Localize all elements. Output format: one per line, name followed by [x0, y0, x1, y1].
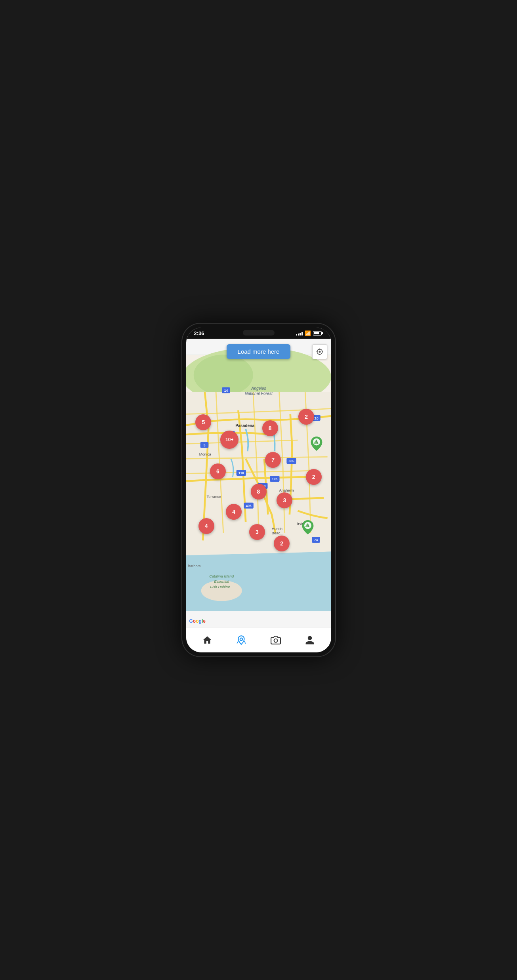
nav-item-camera[interactable]	[259, 627, 293, 652]
pin-marker-p2[interactable]	[301, 520, 314, 536]
crosshair-icon	[316, 348, 324, 356]
nav-item-profile[interactable]	[293, 627, 327, 652]
camera-icon	[271, 635, 281, 645]
cluster-marker-c6[interactable]: 6	[210, 463, 226, 479]
svg-text:Fish Habitat...: Fish Habitat...	[210, 585, 233, 589]
cluster-marker-c9[interactable]: 3	[277, 492, 292, 508]
svg-text:105: 105	[272, 477, 277, 481]
svg-text:73: 73	[314, 538, 318, 542]
svg-marker-5	[186, 552, 331, 611]
svg-text:Angeles: Angeles	[251, 386, 266, 391]
svg-text:Huntin: Huntin	[271, 527, 282, 531]
nav-item-map[interactable]	[224, 627, 259, 652]
status-time: 2:36	[194, 330, 204, 336]
svg-text:Essential: Essential	[214, 580, 229, 583]
svg-text:110: 110	[238, 471, 244, 475]
svg-text:405: 405	[246, 504, 251, 508]
svg-text:Catalina Island: Catalina Island	[209, 574, 234, 578]
cluster-marker-c13[interactable]: 2	[274, 536, 290, 551]
bottom-nav	[186, 627, 331, 652]
cluster-marker-c4[interactable]: 10+	[220, 431, 238, 449]
cluster-marker-c7[interactable]: 2	[306, 469, 322, 485]
profile-icon	[305, 635, 315, 645]
signal-icon	[296, 331, 303, 336]
map-pin-icon	[310, 437, 323, 451]
phone-frame: 2:36 📶	[181, 323, 336, 657]
svg-text:14: 14	[224, 389, 228, 393]
cluster-marker-c2[interactable]: 8	[262, 420, 278, 436]
pin-marker-p1[interactable]	[310, 437, 323, 452]
cluster-marker-c10[interactable]: 4	[226, 504, 242, 520]
phone-screen: 2:36 📶	[186, 328, 331, 652]
cluster-marker-c8[interactable]: 8	[251, 484, 267, 500]
home-icon	[202, 635, 212, 645]
google-logo: Google	[189, 618, 206, 624]
svg-text:Torrance: Torrance	[206, 495, 221, 499]
status-icons: 📶	[296, 330, 323, 336]
cluster-marker-c1[interactable]: 2	[298, 409, 314, 425]
svg-point-52	[240, 638, 243, 641]
cluster-marker-c12[interactable]: 3	[249, 524, 265, 540]
nav-item-home[interactable]	[190, 627, 225, 652]
map-pin-icon	[301, 520, 314, 534]
status-bar: 2:36 📶	[186, 328, 331, 339]
svg-text:Monica: Monica	[199, 452, 211, 456]
svg-text:Beac...: Beac...	[271, 531, 283, 535]
battery-icon	[313, 331, 323, 336]
wifi-icon: 📶	[305, 330, 311, 336]
svg-text:5: 5	[203, 443, 205, 447]
cluster-marker-c5[interactable]: 7	[265, 452, 281, 468]
notch	[243, 330, 275, 336]
svg-text:harbors: harbors	[188, 564, 200, 568]
svg-text:Pasadena: Pasadena	[235, 423, 254, 428]
svg-point-53	[274, 639, 277, 642]
map-container: 14 5 134 210 605 110 105	[186, 339, 331, 627]
load-more-button[interactable]: Load more here	[227, 344, 291, 359]
svg-point-45	[319, 351, 320, 352]
svg-text:Anaheim: Anaheim	[279, 488, 294, 492]
svg-text:National Forest: National Forest	[245, 391, 273, 396]
location-button[interactable]	[312, 344, 327, 359]
map-nav-icon	[236, 635, 246, 645]
svg-text:605: 605	[288, 459, 294, 463]
cluster-marker-c11[interactable]: 4	[198, 518, 214, 534]
